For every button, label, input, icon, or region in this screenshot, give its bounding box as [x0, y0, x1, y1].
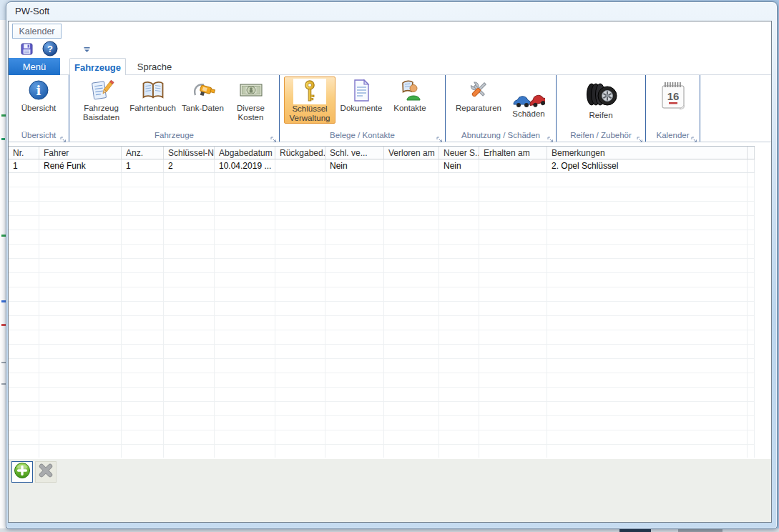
quick-access-toolbar: ?	[21, 41, 91, 59]
documents-icon	[351, 77, 372, 104]
dialog-launcher-icon[interactable]	[547, 133, 554, 139]
schluessel-verwaltung-label: Schlüssel Verwaltung	[290, 104, 330, 123]
group-label-fahrzeuge: Fahrzeuge	[69, 130, 279, 141]
cell-fahrer[interactable]: René Funk	[39, 159, 122, 172]
tank-daten-button[interactable]: Tank-Daten	[178, 77, 228, 124]
column-header-abgabedatum[interactable]: Abgabedatum	[215, 147, 275, 159]
help-icon[interactable]: ?	[42, 41, 58, 59]
svg-text:i: i	[36, 83, 41, 98]
qat-customize-arrow-icon[interactable]	[83, 44, 91, 56]
dialog-launcher-icon[interactable]	[691, 133, 697, 139]
cell-abgabedatum[interactable]: 10.04.2019 ...	[215, 159, 275, 172]
column-header-rueckgabedatum[interactable]: Rückgabed...	[275, 147, 325, 159]
costs-icon	[239, 77, 263, 104]
column-header-anz[interactable]: Anz.	[122, 147, 164, 159]
floating-tab-kalender[interactable]: Kalender	[12, 24, 62, 39]
floating-tab-label: Kalender	[19, 26, 54, 36]
window-title: PW-Soft	[15, 2, 49, 21]
kalender-button[interactable]: 16	[653, 77, 693, 124]
reparaturen-button[interactable]: Reparaturen	[451, 77, 506, 124]
info-icon: i	[27, 77, 50, 104]
uebersicht-button-label: Übersicht	[21, 104, 57, 113]
menu-button[interactable]: Menü	[9, 58, 60, 75]
schluessel-verwaltung-button[interactable]: Schlüssel Verwaltung	[284, 77, 335, 124]
client-area: Kalender	[8, 21, 772, 523]
fuel-icon	[190, 77, 216, 104]
add-row-button[interactable]	[11, 461, 33, 483]
column-header-bemerkungen[interactable]: Bemerkungen	[547, 147, 748, 159]
ribbon-group-belege-kontakte: Schlüssel Verwaltung Dokumente	[280, 75, 446, 142]
add-icon	[14, 462, 31, 482]
cell-filler	[748, 159, 755, 172]
kontakte-button[interactable]: Kontakte	[387, 77, 433, 124]
dokumente-button[interactable]: Dokumente	[335, 77, 387, 124]
cell-schluessel-nr[interactable]: 2	[164, 159, 215, 172]
fahrtenbuch-label: Fahrtenbuch	[129, 104, 176, 113]
column-header-erhalten-am[interactable]: Erhalten am	[479, 147, 547, 159]
tab-sprache-label: Sprache	[137, 61, 172, 72]
schaeden-button[interactable]: Schäden	[506, 77, 551, 124]
delete-row-button[interactable]	[35, 461, 57, 483]
diverse-kosten-label: Diverse Kosten	[237, 104, 265, 122]
reifen-button[interactable]: Reifen	[574, 77, 627, 124]
app-window: PW-Soft Kalender	[6, 1, 778, 529]
cell-schl-ve[interactable]: Nein	[325, 159, 384, 172]
table-row[interactable]: 1 René Funk 1 2 10.04.2019 ... Nein Nein…	[9, 159, 755, 173]
column-header-schl-ve[interactable]: Schl. ve...	[325, 147, 384, 159]
dialog-launcher-icon[interactable]	[270, 133, 277, 139]
dialog-launcher-icon[interactable]	[436, 133, 443, 139]
svg-text:?: ?	[47, 44, 53, 54]
key-icon	[293, 79, 326, 104]
column-header-schluessel-nr[interactable]: Schlüssel-Nr.	[164, 147, 215, 159]
group-label-belege-kontakte: Belege / Kontakte	[280, 130, 445, 141]
reparaturen-label: Reparaturen	[456, 104, 501, 113]
schaeden-label: Schäden	[512, 109, 544, 119]
dialog-launcher-icon[interactable]	[60, 133, 67, 139]
cell-neuer-s[interactable]: Nein	[439, 159, 479, 172]
delete-x-icon	[37, 462, 54, 482]
window-titlebar[interactable]: PW-Soft	[6, 2, 777, 21]
fahrzeug-basisdaten-button[interactable]: Fahrzeug Baisdaten	[75, 77, 128, 124]
cell-verloren-am[interactable]	[384, 159, 439, 172]
contacts-icon	[398, 77, 422, 104]
cell-rueckgabedatum[interactable]	[275, 159, 325, 172]
repairs-icon	[465, 77, 492, 104]
kontakte-label: Kontakte	[393, 104, 426, 113]
taskbar-fragment	[678, 529, 722, 532]
ribbon-group-kalender: 16 Kalender	[646, 75, 700, 142]
cell-nr[interactable]: 1	[9, 159, 39, 172]
cell-anz[interactable]: 1	[122, 159, 164, 172]
column-header-nr[interactable]: Nr.	[9, 147, 39, 159]
save-icon[interactable]	[21, 43, 33, 58]
column-header-filler	[748, 147, 755, 159]
cell-erhalten-am[interactable]	[479, 159, 547, 172]
column-header-fahrer[interactable]: Fahrer	[39, 147, 122, 159]
calendar-icon: 16	[659, 77, 687, 114]
damage-icon	[512, 77, 545, 109]
ribbon-group-uebersicht: i Übersicht Übersicht	[9, 75, 69, 142]
svg-text:16: 16	[667, 90, 679, 102]
ribbon-group-fahrzeuge: Fahrzeug Baisdaten	[69, 75, 280, 142]
group-label-reifen-zubehoer: Reifen / Zubehör	[557, 130, 645, 141]
ribbon-group-abnutzung-schaeden: Reparaturen	[446, 75, 557, 142]
logbook-icon	[140, 77, 166, 104]
tab-fahrzeuge-label: Fahrzeuge	[74, 62, 121, 73]
group-label-abnutzung-schaeden: Abnutzung / Schäden	[446, 130, 556, 141]
dialog-launcher-icon[interactable]	[637, 133, 643, 139]
diverse-kosten-button[interactable]: Diverse Kosten	[228, 77, 274, 124]
uebersicht-button[interactable]: i Übersicht	[10, 77, 67, 124]
dokumente-label: Dokumente	[340, 104, 383, 113]
footer-panel	[9, 459, 771, 522]
cell-bemerkungen[interactable]: 2. Opel Schlüssel	[547, 159, 748, 172]
fahrtenbuch-button[interactable]: Fahrtenbuch	[128, 77, 178, 124]
column-header-verloren-am[interactable]: Verloren am	[384, 147, 439, 159]
tank-daten-label: Tank-Daten	[182, 104, 224, 113]
ribbon: i Übersicht Übersicht	[9, 75, 771, 142]
tires-icon	[584, 77, 617, 111]
column-header-neuer-s[interactable]: Neuer S...	[439, 147, 479, 159]
tab-sprache[interactable]: Sprache	[128, 58, 181, 75]
table-empty-area	[9, 173, 755, 458]
tab-fahrzeuge[interactable]: Fahrzeuge	[69, 58, 126, 76]
fahrzeug-basisdaten-label: Fahrzeug Baisdaten	[83, 104, 119, 122]
keys-table: Nr. Fahrer Anz. Schlüssel-Nr. Abgabedatu…	[9, 146, 755, 458]
